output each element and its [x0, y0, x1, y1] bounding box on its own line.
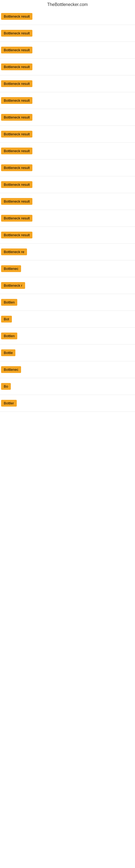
bottleneck-badge[interactable]: Bottleneck result — [1, 63, 32, 70]
list-item: Bottleneck result — [0, 210, 135, 227]
bottleneck-badge[interactable]: Bottleneck result — [1, 215, 32, 222]
list-item: Bottleneck result — [0, 227, 135, 244]
list-item: Bottlen — [0, 328, 135, 344]
bottleneck-badge[interactable]: Bottleneck result — [1, 114, 32, 121]
bottleneck-badge[interactable]: Bo — [1, 383, 11, 390]
list-item: Bottleneck result — [0, 176, 135, 193]
list-item: Bottlen — [0, 294, 135, 311]
list-item: Bottleneck result — [0, 109, 135, 126]
bottleneck-badge[interactable]: Bottleneck result — [1, 131, 32, 137]
bottleneck-badge[interactable]: Bottlenec — [1, 265, 21, 272]
bottleneck-badge[interactable]: Bottlen — [1, 333, 17, 339]
bottleneck-badge[interactable]: Bottleneck result — [1, 164, 32, 171]
list-item: Bottle — [0, 344, 135, 361]
list-item: Bottlenec — [0, 260, 135, 277]
bottleneck-badge[interactable]: Bottle — [1, 349, 15, 356]
bottleneck-badge[interactable]: Bottleneck r — [1, 282, 25, 289]
list-item: Bottleneck result — [0, 143, 135, 159]
bottleneck-badge[interactable]: Bottleneck result — [1, 148, 32, 154]
bottleneck-badge[interactable]: Bottlen — [1, 299, 17, 306]
list-item: Bottleneck re — [0, 244, 135, 260]
bottleneck-badge[interactable]: Bottleneck result — [1, 80, 32, 87]
list-item: Bottleneck result — [0, 75, 135, 92]
list-item: Bottleneck result — [0, 193, 135, 210]
bottleneck-badge[interactable]: Bottleneck result — [1, 46, 32, 54]
bottleneck-badge[interactable]: Bottleneck result — [1, 231, 32, 239]
bottleneck-badge[interactable]: Bottleneck result — [1, 13, 32, 20]
list-item: Bottleneck result — [0, 42, 135, 59]
bottleneck-badge[interactable]: Bot — [1, 316, 12, 322]
list-item: Bottleneck result — [0, 25, 135, 42]
bottleneck-badge[interactable]: Bottleneck result — [1, 97, 32, 104]
bottleneck-badge[interactable]: Bottleneck re — [1, 248, 27, 255]
list-item: Bottleneck result — [0, 92, 135, 109]
list-item: Bottleneck result — [0, 126, 135, 143]
bottleneck-badge[interactable]: Bottleneck result — [1, 181, 32, 188]
list-item: Bottlenec — [0, 361, 135, 378]
bottleneck-badge[interactable]: Bottlenec — [1, 366, 21, 373]
list-item: Bottleneck result — [0, 8, 135, 25]
bottleneck-badge[interactable]: Bottleneck result — [1, 30, 32, 37]
list-item: Bottleneck result — [0, 59, 135, 75]
site-title: TheBottlenecker.com — [0, 0, 135, 8]
bottleneck-badge[interactable]: Bottler — [1, 400, 17, 407]
list-item: Bottleneck result — [0, 159, 135, 176]
list-item: Bottler — [0, 395, 135, 412]
list-item: Bottleneck r — [0, 277, 135, 294]
list-item: Bo — [0, 378, 135, 395]
list-item: Bot — [0, 311, 135, 328]
bottleneck-badge[interactable]: Bottleneck result — [1, 198, 32, 205]
